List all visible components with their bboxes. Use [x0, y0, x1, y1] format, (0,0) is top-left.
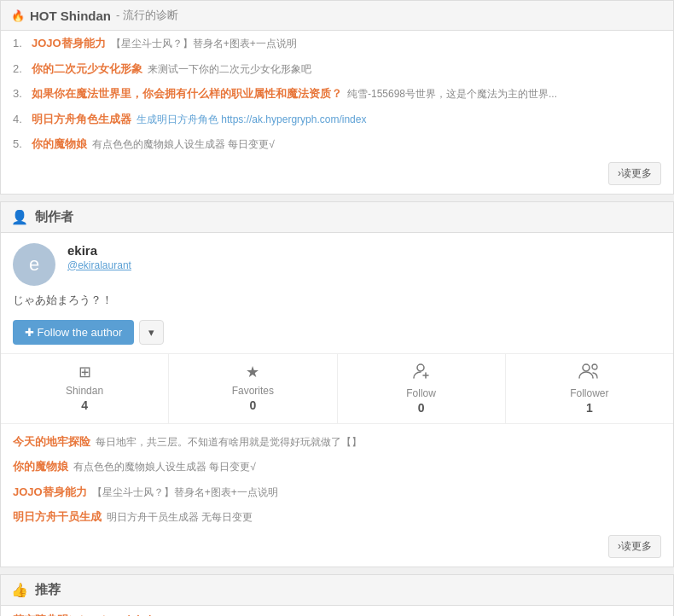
recommend-header-title: 推荐: [35, 582, 61, 598]
svg-point-4: [592, 364, 597, 369]
author-shindan-desc-3: 【星尘斗士风？】替身名+图表+一点说明: [92, 485, 278, 500]
author-section-header: 👤 制作者: [1, 202, 673, 233]
follow-bar: ✚ Follow the author ▾: [1, 317, 673, 353]
hot-read-more-button[interactable]: ›读更多: [608, 162, 661, 185]
recommend-link-1[interactable]: 花京院典明にレロレロされたー: [13, 613, 168, 617]
author-bio: じゃあ始まろう？！: [1, 293, 673, 317]
stat-shindan-label: Shindan: [6, 385, 163, 397]
author-read-more-container: ›读更多: [1, 530, 673, 567]
list-num-1: 1.: [13, 35, 26, 52]
hot-link-2[interactable]: 你的二次元少女化形象: [32, 61, 142, 78]
hot-list: 1. JOJO替身能力 【星尘斗士风？】替身名+图表+一点说明 2. 你的二次元…: [1, 31, 673, 157]
list-item: 1. JOJO替身能力 【星尘斗士风？】替身名+图表+一点说明: [1, 31, 673, 56]
list-num-2: 2.: [13, 61, 26, 78]
stats-row: ⊞ Shindan 4 ★ Favorites 0 Follow 0: [1, 353, 673, 424]
author-profile: e ekira @ekiralaurant: [1, 233, 673, 293]
hot-shindan-title: HOT Shindan: [30, 9, 111, 23]
author-info: ekira @ekiralaurant: [67, 243, 131, 271]
hot-link-3[interactable]: 如果你在魔法世界里，你会拥有什么样的职业属性和魔法资质？: [32, 85, 342, 102]
hot-desc-2: 来测试一下你的二次元少女化形象吧: [148, 61, 311, 77]
stat-follower: Follower 1: [506, 354, 673, 423]
hot-link-4[interactable]: 明日方舟角色生成器: [32, 111, 131, 128]
list-item: 2. 你的二次元少女化形象 来测试一下你的二次元少女化形象吧: [1, 56, 673, 82]
thumbsup-icon: 👍: [11, 582, 28, 598]
author-shindan-desc-2: 有点色色的魔物娘人设生成器 每日变更√: [73, 459, 256, 474]
author-shindan-link-3[interactable]: JOJO替身能力: [13, 484, 87, 501]
author-read-more-button[interactable]: ›读更多: [608, 535, 661, 558]
favorites-star-icon: ★: [174, 363, 331, 381]
hot-shindan-section: 🔥 HOT Shindan - 流行的诊断 1. JOJO替身能力 【星尘斗士风…: [0, 0, 674, 195]
hot-read-more-container: ›读更多: [1, 157, 673, 194]
author-shindan-link-1[interactable]: 今天的地牢探险: [13, 433, 90, 450]
author-shindan-link-2[interactable]: 你的魔物娘: [13, 458, 68, 475]
hot-desc-3: 纯雪-155698号世界，这是个魔法为主的世界...: [347, 86, 557, 102]
author-shindan-link-4[interactable]: 明日方舟干员生成: [13, 508, 102, 526]
hot-desc-4: 生成明日方舟角色 https://ak.hypergryph.com/index: [137, 112, 366, 127]
stat-favorites-label: Favorites: [174, 385, 331, 397]
svg-point-0: [417, 364, 424, 371]
author-shindan-item: 今天的地牢探险 每日地牢，共三层。不知道有啥用就是觉得好玩就做了【】: [1, 429, 673, 455]
hot-desc-1: 【星尘斗士风？】替身名+图表+一点说明: [111, 36, 297, 51]
stat-follower-label: Follower: [511, 387, 668, 399]
list-item: 5. 你的魔物娘 有点色色的魔物娘人设生成器 每日变更√: [1, 131, 673, 157]
hot-shindan-subtitle: - 流行的诊断: [116, 8, 178, 23]
dropdown-button[interactable]: ▾: [139, 320, 164, 345]
author-section: 👤 制作者 e ekira @ekiralaurant じゃあ始まろう？！ ✚ …: [0, 201, 674, 567]
hot-shindan-header: 🔥 HOT Shindan - 流行的诊断: [1, 1, 673, 31]
recommend-section-header: 👍 推荐: [1, 575, 673, 606]
author-icon: 👤: [11, 209, 28, 225]
avatar: e: [13, 243, 55, 286]
stat-follow-label: Follow: [343, 387, 500, 399]
recommend-item: 花京院典明にレロレロされたー レロレロレロレロレロレロレロレロレロ: [1, 606, 673, 617]
author-shindan-item: 你的魔物娘 有点色色的魔物娘人设生成器 每日变更√: [1, 454, 673, 479]
stat-favorites-value: 0: [174, 398, 331, 412]
list-num-5: 5.: [13, 136, 26, 153]
stat-favorites: ★ Favorites 0: [169, 354, 337, 423]
author-shindan-item: JOJO替身能力 【星尘斗士风？】替身名+图表+一点说明: [1, 479, 673, 505]
recommend-list: 花京院典明にレロレロされたー レロレロレロレロレロレロレロレロレロ: [1, 606, 673, 617]
author-shindan-list: 今天的地牢探险 每日地牢，共三层。不知道有啥用就是觉得好玩就做了【】 你的魔物娘…: [1, 424, 673, 530]
list-item: 3. 如果你在魔法世界里，你会拥有什么样的职业属性和魔法资质？ 纯雪-15569…: [1, 81, 673, 107]
follow-author-button[interactable]: ✚ Follow the author: [13, 320, 134, 345]
hot-desc-5: 有点色色的魔物娘人设生成器 每日变更√: [92, 137, 275, 152]
svg-point-3: [583, 364, 590, 371]
stat-shindan-value: 4: [6, 398, 163, 412]
recommend-desc-1: レロレロレロレロレロレロレロレロレロ: [173, 613, 357, 617]
author-name: ekira: [67, 243, 131, 258]
list-num-4: 4.: [13, 111, 26, 128]
author-shindan-item: 明日方舟干员生成 明日方舟干员生成器 无每日变更: [1, 504, 673, 530]
list-item: 4. 明日方舟角色生成器 生成明日方舟角色 https://ak.hypergr…: [1, 107, 673, 132]
shindan-grid-icon: ⊞: [6, 363, 163, 381]
author-header-title: 制作者: [35, 209, 73, 225]
author-shindan-desc-4: 明日方舟干员生成器 无每日变更: [107, 509, 253, 525]
stat-follower-value: 1: [511, 401, 668, 415]
stat-follow-value: 0: [343, 401, 500, 415]
recommend-section: 👍 推荐 花京院典明にレロレロされたー レロレロレロレロレロレロレロレロレロ: [0, 574, 674, 617]
hot-link-1[interactable]: JOJO替身能力: [32, 35, 106, 52]
follower-people-icon: [511, 363, 668, 384]
fire-icon: 🔥: [11, 9, 25, 22]
avatar-letter: e: [29, 253, 39, 276]
stat-follow: Follow 0: [338, 354, 506, 423]
author-handle[interactable]: @ekiralaurant: [67, 259, 131, 271]
author-shindan-desc-1: 每日地牢，共三层。不知道有啥用就是觉得好玩就做了【】: [96, 434, 362, 450]
list-num-3: 3.: [13, 85, 26, 102]
follow-person-icon: [343, 363, 500, 384]
hot-link-5[interactable]: 你的魔物娘: [32, 136, 87, 153]
stat-shindan: ⊞ Shindan 4: [1, 354, 169, 423]
